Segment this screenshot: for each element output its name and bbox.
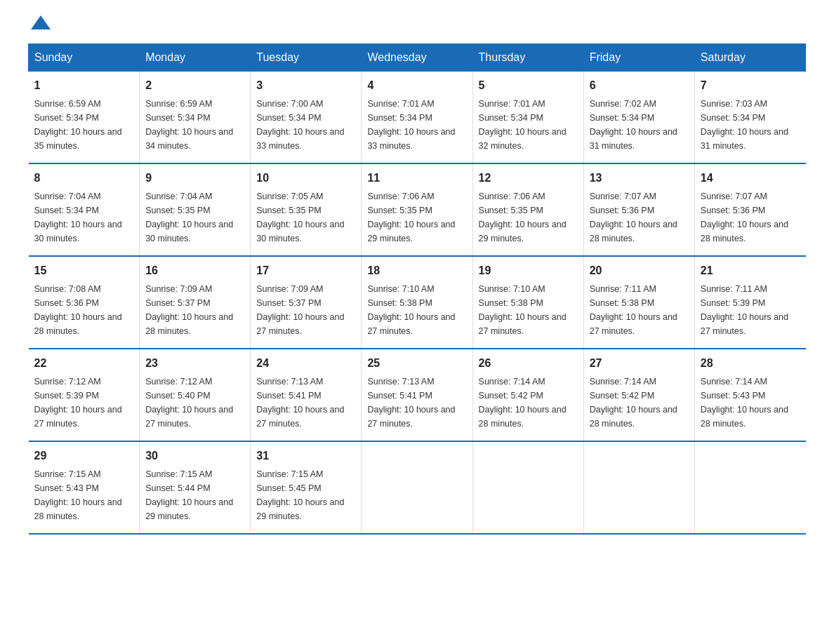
day-number: 20 bbox=[590, 262, 689, 279]
day-number: 14 bbox=[701, 170, 800, 187]
day-cell bbox=[583, 441, 694, 534]
day-info: Sunrise: 6:59 AMSunset: 5:34 PMDaylight:… bbox=[34, 99, 122, 151]
day-cell: 26 Sunrise: 7:14 AMSunset: 5:42 PMDaylig… bbox=[472, 349, 583, 441]
day-info: Sunrise: 6:59 AMSunset: 5:34 PMDaylight:… bbox=[145, 99, 233, 151]
weekday-header-row: SundayMondayTuesdayWednesdayThursdayFrid… bbox=[29, 44, 806, 72]
day-info: Sunrise: 7:12 AMSunset: 5:40 PMDaylight:… bbox=[145, 377, 233, 429]
day-info: Sunrise: 7:09 AMSunset: 5:37 PMDaylight:… bbox=[145, 284, 233, 336]
day-info: Sunrise: 7:07 AMSunset: 5:36 PMDaylight:… bbox=[701, 192, 788, 243]
day-number: 2 bbox=[145, 77, 244, 94]
header-friday: Friday bbox=[583, 44, 694, 72]
day-info: Sunrise: 7:04 AMSunset: 5:35 PMDaylight:… bbox=[145, 192, 233, 243]
day-info: Sunrise: 7:05 AMSunset: 5:35 PMDaylight:… bbox=[256, 192, 344, 243]
day-info: Sunrise: 7:14 AMSunset: 5:42 PMDaylight:… bbox=[479, 377, 567, 429]
header-monday: Monday bbox=[140, 44, 251, 72]
header-tuesday: Tuesday bbox=[251, 44, 362, 72]
day-number: 19 bbox=[479, 262, 578, 279]
day-info: Sunrise: 7:11 AMSunset: 5:38 PMDaylight:… bbox=[590, 284, 677, 336]
day-number: 5 bbox=[479, 77, 578, 94]
day-info: Sunrise: 7:11 AMSunset: 5:39 PMDaylight:… bbox=[701, 284, 788, 336]
day-number: 18 bbox=[367, 262, 466, 279]
header-thursday: Thursday bbox=[472, 44, 583, 72]
day-number: 7 bbox=[701, 77, 800, 94]
page-header bbox=[28, 21, 806, 29]
day-cell bbox=[472, 441, 583, 534]
day-cell: 20 Sunrise: 7:11 AMSunset: 5:38 PMDaylig… bbox=[583, 256, 694, 349]
day-info: Sunrise: 7:15 AMSunset: 5:44 PMDaylight:… bbox=[145, 469, 233, 521]
day-cell: 23 Sunrise: 7:12 AMSunset: 5:40 PMDaylig… bbox=[140, 349, 251, 441]
day-info: Sunrise: 7:15 AMSunset: 5:43 PMDaylight:… bbox=[34, 469, 122, 521]
day-info: Sunrise: 7:12 AMSunset: 5:39 PMDaylight:… bbox=[34, 377, 122, 429]
day-cell: 17 Sunrise: 7:09 AMSunset: 5:37 PMDaylig… bbox=[251, 256, 362, 349]
day-cell: 30 Sunrise: 7:15 AMSunset: 5:44 PMDaylig… bbox=[140, 441, 251, 534]
day-cell: 10 Sunrise: 7:05 AMSunset: 5:35 PMDaylig… bbox=[251, 163, 362, 256]
calendar-table: SundayMondayTuesdayWednesdayThursdayFrid… bbox=[28, 43, 806, 535]
day-cell: 28 Sunrise: 7:14 AMSunset: 5:43 PMDaylig… bbox=[694, 349, 805, 441]
day-number: 6 bbox=[590, 77, 689, 94]
day-number: 17 bbox=[256, 262, 355, 279]
logo bbox=[28, 21, 51, 29]
day-number: 23 bbox=[145, 355, 244, 372]
day-info: Sunrise: 7:06 AMSunset: 5:35 PMDaylight:… bbox=[479, 192, 567, 243]
day-cell: 27 Sunrise: 7:14 AMSunset: 5:42 PMDaylig… bbox=[583, 349, 694, 441]
day-number: 1 bbox=[34, 77, 134, 94]
day-cell: 9 Sunrise: 7:04 AMSunset: 5:35 PMDayligh… bbox=[140, 163, 251, 256]
logo-top bbox=[28, 21, 51, 29]
day-cell: 13 Sunrise: 7:07 AMSunset: 5:36 PMDaylig… bbox=[583, 163, 694, 256]
header-saturday: Saturday bbox=[694, 44, 805, 72]
day-info: Sunrise: 7:09 AMSunset: 5:37 PMDaylight:… bbox=[256, 284, 344, 336]
day-cell: 11 Sunrise: 7:06 AMSunset: 5:35 PMDaylig… bbox=[362, 163, 472, 256]
day-number: 13 bbox=[590, 170, 689, 187]
week-row-1: 1 Sunrise: 6:59 AMSunset: 5:34 PMDayligh… bbox=[29, 72, 806, 164]
day-cell: 3 Sunrise: 7:00 AMSunset: 5:34 PMDayligh… bbox=[251, 72, 362, 164]
day-info: Sunrise: 7:00 AMSunset: 5:34 PMDaylight:… bbox=[256, 99, 344, 151]
day-number: 4 bbox=[367, 77, 466, 94]
logo-triangle-icon bbox=[31, 15, 51, 29]
day-cell: 22 Sunrise: 7:12 AMSunset: 5:39 PMDaylig… bbox=[29, 349, 140, 441]
day-cell: 2 Sunrise: 6:59 AMSunset: 5:34 PMDayligh… bbox=[140, 72, 251, 164]
header-sunday: Sunday bbox=[29, 44, 140, 72]
day-info: Sunrise: 7:14 AMSunset: 5:42 PMDaylight:… bbox=[590, 377, 677, 429]
day-number: 3 bbox=[256, 77, 355, 94]
day-number: 10 bbox=[256, 170, 355, 187]
day-number: 26 bbox=[479, 355, 578, 372]
day-cell: 19 Sunrise: 7:10 AMSunset: 5:38 PMDaylig… bbox=[472, 256, 583, 349]
day-cell: 6 Sunrise: 7:02 AMSunset: 5:34 PMDayligh… bbox=[583, 72, 694, 164]
day-number: 11 bbox=[367, 170, 466, 187]
day-cell bbox=[694, 441, 805, 534]
day-number: 22 bbox=[34, 355, 134, 372]
day-info: Sunrise: 7:15 AMSunset: 5:45 PMDaylight:… bbox=[256, 469, 344, 521]
day-cell: 29 Sunrise: 7:15 AMSunset: 5:43 PMDaylig… bbox=[29, 441, 140, 534]
header-wednesday: Wednesday bbox=[362, 44, 472, 72]
week-row-3: 15 Sunrise: 7:08 AMSunset: 5:36 PMDaylig… bbox=[29, 256, 806, 349]
day-cell: 24 Sunrise: 7:13 AMSunset: 5:41 PMDaylig… bbox=[251, 349, 362, 441]
day-info: Sunrise: 7:07 AMSunset: 5:36 PMDaylight:… bbox=[590, 192, 677, 243]
day-info: Sunrise: 7:02 AMSunset: 5:34 PMDaylight:… bbox=[590, 99, 677, 151]
day-number: 28 bbox=[701, 355, 800, 372]
day-cell: 25 Sunrise: 7:13 AMSunset: 5:41 PMDaylig… bbox=[362, 349, 472, 441]
day-cell: 31 Sunrise: 7:15 AMSunset: 5:45 PMDaylig… bbox=[251, 441, 362, 534]
day-info: Sunrise: 7:04 AMSunset: 5:34 PMDaylight:… bbox=[34, 192, 122, 243]
day-cell: 21 Sunrise: 7:11 AMSunset: 5:39 PMDaylig… bbox=[694, 256, 805, 349]
day-cell: 12 Sunrise: 7:06 AMSunset: 5:35 PMDaylig… bbox=[472, 163, 583, 256]
day-number: 24 bbox=[256, 355, 355, 372]
day-info: Sunrise: 7:10 AMSunset: 5:38 PMDaylight:… bbox=[367, 284, 455, 336]
day-cell: 4 Sunrise: 7:01 AMSunset: 5:34 PMDayligh… bbox=[362, 72, 472, 164]
day-cell bbox=[362, 441, 472, 534]
day-cell: 16 Sunrise: 7:09 AMSunset: 5:37 PMDaylig… bbox=[140, 256, 251, 349]
week-row-2: 8 Sunrise: 7:04 AMSunset: 5:34 PMDayligh… bbox=[29, 163, 806, 256]
day-number: 25 bbox=[367, 355, 466, 372]
day-number: 29 bbox=[34, 448, 134, 464]
day-number: 16 bbox=[145, 262, 244, 279]
day-info: Sunrise: 7:06 AMSunset: 5:35 PMDaylight:… bbox=[367, 192, 455, 243]
day-cell: 8 Sunrise: 7:04 AMSunset: 5:34 PMDayligh… bbox=[29, 163, 140, 256]
day-info: Sunrise: 7:13 AMSunset: 5:41 PMDaylight:… bbox=[256, 377, 344, 429]
day-number: 31 bbox=[256, 448, 355, 464]
day-cell: 1 Sunrise: 6:59 AMSunset: 5:34 PMDayligh… bbox=[29, 72, 140, 164]
day-info: Sunrise: 7:10 AMSunset: 5:38 PMDaylight:… bbox=[479, 284, 567, 336]
day-info: Sunrise: 7:08 AMSunset: 5:36 PMDaylight:… bbox=[34, 284, 122, 336]
day-info: Sunrise: 7:13 AMSunset: 5:41 PMDaylight:… bbox=[367, 377, 455, 429]
day-cell: 5 Sunrise: 7:01 AMSunset: 5:34 PMDayligh… bbox=[472, 72, 583, 164]
day-number: 15 bbox=[34, 262, 134, 279]
day-info: Sunrise: 7:03 AMSunset: 5:34 PMDaylight:… bbox=[701, 99, 788, 151]
